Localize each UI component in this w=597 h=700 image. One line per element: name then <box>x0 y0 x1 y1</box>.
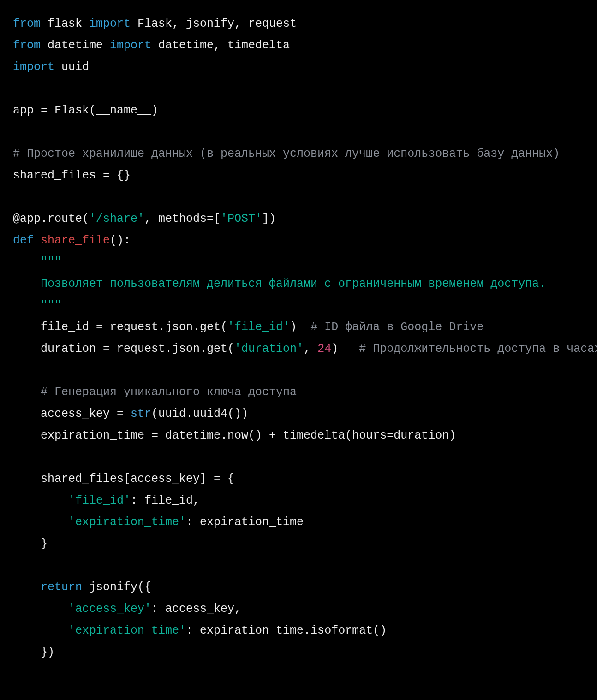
text: ) <box>290 320 310 334</box>
text: (uuid.uuid4()) <box>151 407 248 421</box>
code-line: duration = request.json.get('duration', … <box>13 342 597 356</box>
code-block: from flask import Flask, jsonify, reques… <box>0 0 597 676</box>
indent <box>13 386 41 399</box>
indent <box>13 255 41 269</box>
space <box>34 234 41 247</box>
code-line: return jsonify({ <box>13 581 151 594</box>
code-line: """ <box>13 255 61 269</box>
keyword-def: def <box>13 234 34 247</box>
code-line: def share_file(): <box>13 234 131 247</box>
keyword-from: from <box>13 17 41 30</box>
comment: # Генерация уникального ключа доступа <box>41 386 297 399</box>
code-line: """ <box>13 299 61 312</box>
indent <box>13 537 41 551</box>
docstring: """ <box>41 299 61 312</box>
code-line: shared_files = {} <box>13 169 131 182</box>
code-line: from datetime import datetime, timedelta <box>13 39 290 52</box>
text: , <box>304 342 317 356</box>
indent <box>13 581 41 594</box>
code-line: access_key = str(uuid.uuid4()) <box>13 407 248 421</box>
code-line: 'expiration_time': expiration_time.isofo… <box>13 624 387 637</box>
code-line: app = Flask(__name__) <box>13 104 158 117</box>
code-line: 'access_key': access_key, <box>13 602 241 616</box>
text: (): <box>110 234 131 247</box>
text: , methods=[ <box>144 212 221 225</box>
comment: # ID файла в Google Drive <box>310 320 484 334</box>
keyword-from: from <box>13 39 41 52</box>
function-name: share_file <box>41 234 110 247</box>
code-line: 'file_id': file_id, <box>13 494 200 507</box>
code-line: shared_files[access_key] = { <box>13 472 234 486</box>
keyword-import: import <box>13 60 54 74</box>
code-line: import uuid <box>13 60 89 74</box>
code-line: 'expiration_time': expiration_time <box>13 516 304 529</box>
code-line: file_id = request.json.get('file_id') # … <box>13 320 484 334</box>
text: expiration_time = datetime.now() + timed… <box>41 429 456 442</box>
indent <box>13 320 41 334</box>
indent <box>13 277 41 291</box>
indent <box>13 494 68 507</box>
keyword-return: return <box>41 581 82 594</box>
string-literal: 'duration' <box>234 342 304 356</box>
module-name: flask <box>41 17 89 30</box>
code-line: @app.route('/share', methods=['POST']) <box>13 212 276 225</box>
string-literal: 'expiration_time' <box>68 516 186 529</box>
indent <box>13 472 41 486</box>
text: shared_files[access_key] = { <box>41 472 234 486</box>
indent <box>13 342 41 356</box>
code-line: expiration_time = datetime.now() + timed… <box>13 429 456 442</box>
code-line: # Простое хранилище данных (в реальных у… <box>13 147 560 160</box>
import-list: datetime, timedelta <box>151 39 290 52</box>
string-literal: 'file_id' <box>227 320 290 334</box>
import-list: Flask, jsonify, request <box>131 17 297 30</box>
comment: # Продолжительность доступа в часах <box>359 342 597 356</box>
text: file_id = request.json.get( <box>41 320 227 334</box>
indent <box>13 646 41 659</box>
code-line: } <box>13 537 48 551</box>
indent <box>13 407 41 421</box>
string-literal: '/share' <box>89 212 144 225</box>
text: } <box>41 537 48 551</box>
keyword-import: import <box>89 17 131 30</box>
text: : expiration_time.isoformat() <box>186 624 387 637</box>
code-line: Позволяет пользователям делиться файлами… <box>13 277 546 291</box>
indent <box>13 429 41 442</box>
string-literal: 'access_key' <box>68 602 151 616</box>
text: access_key = <box>41 407 131 421</box>
number-literal: 24 <box>317 342 331 356</box>
indent <box>13 602 68 616</box>
module-name: datetime <box>41 39 110 52</box>
text: }) <box>41 646 54 659</box>
decorator: @app.route( <box>13 212 89 225</box>
text: : access_key, <box>151 602 241 616</box>
string-literal: 'POST' <box>221 212 262 225</box>
text: jsonify({ <box>82 581 151 594</box>
text: ) <box>331 342 359 356</box>
indent <box>13 299 41 312</box>
docstring: Позволяет пользователям делиться файлами… <box>41 277 546 291</box>
text: duration = request.json.get( <box>41 342 234 356</box>
text: : file_id, <box>131 494 200 507</box>
docstring: """ <box>41 255 61 269</box>
comment: # Простое хранилище данных (в реальных у… <box>13 147 560 160</box>
code-line: # Генерация уникального ключа доступа <box>13 386 297 399</box>
builtin-str: str <box>131 407 151 421</box>
keyword-import: import <box>110 39 151 52</box>
text: ]) <box>262 212 276 225</box>
string-literal: 'file_id' <box>68 494 131 507</box>
string-literal: 'expiration_time' <box>68 624 186 637</box>
module-name: uuid <box>54 60 89 74</box>
code-line: from flask import Flask, jsonify, reques… <box>13 17 297 30</box>
indent <box>13 516 68 529</box>
indent <box>13 624 68 637</box>
code-line: }) <box>13 646 54 659</box>
text: : expiration_time <box>186 516 304 529</box>
